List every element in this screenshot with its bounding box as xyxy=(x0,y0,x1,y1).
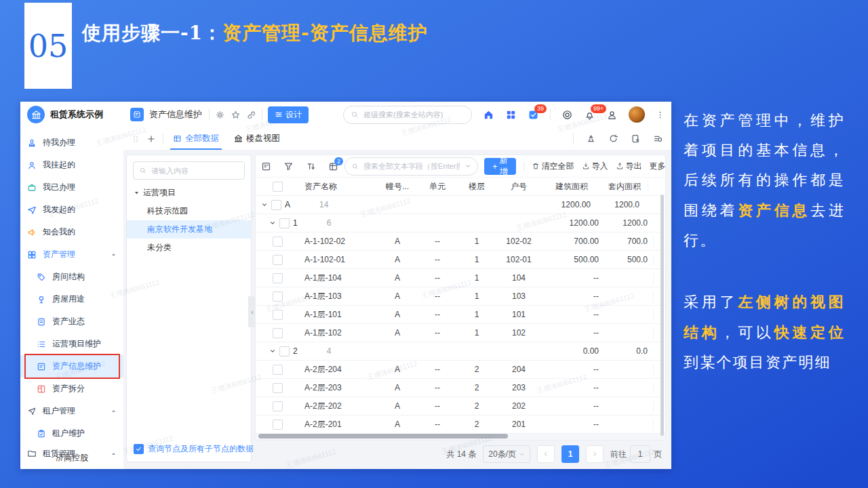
favorite-star-icon[interactable] xyxy=(231,110,241,120)
current-page-button[interactable]: 1 xyxy=(561,445,579,463)
sort-icon[interactable] xyxy=(306,161,316,171)
vertical-scrollbar[interactable] xyxy=(660,195,664,436)
horizontal-scrollbar[interactable] xyxy=(258,434,508,439)
header-cell-户号[interactable]: 户号 xyxy=(496,181,542,192)
home-icon[interactable] xyxy=(483,109,494,121)
refresh-icon[interactable] xyxy=(608,134,618,144)
group-jz-area: 0.00 xyxy=(542,346,604,356)
row-checkbox[interactable] xyxy=(279,218,290,228)
tree-node-label: 科技示范园 xyxy=(147,205,188,217)
sidebar-item-我挂起的[interactable]: 我挂起的 xyxy=(20,154,123,176)
form-record-icon[interactable] xyxy=(631,134,641,144)
sidebar-item-label: 我挂起的 xyxy=(43,159,75,171)
tree-footer-checkbox[interactable]: 查询节点及所有子节点的数据 xyxy=(134,443,254,455)
add-new-button[interactable]: + 新增 xyxy=(484,158,516,175)
header-cell-资产名称[interactable]: 资产名称 xyxy=(299,181,378,192)
sidebar-item-我发起的[interactable]: 我发起的 xyxy=(20,199,123,221)
group-toggle-cell[interactable]: 24 xyxy=(256,346,378,357)
header-cell-套内面积[interactable]: 套内面积 xyxy=(601,181,648,192)
recycle-bin-icon[interactable] xyxy=(586,134,596,144)
fields-board-icon[interactable]: 2 xyxy=(328,161,338,171)
sidebar-item-资产业态[interactable]: 资产业态 xyxy=(20,310,123,333)
help-icon[interactable] xyxy=(561,109,573,121)
tree-search[interactable] xyxy=(133,161,245,180)
tab-楼盘视图[interactable]: 楼盘视图 xyxy=(231,127,283,150)
table-search[interactable] xyxy=(344,157,478,176)
design-button[interactable]: 设计 xyxy=(268,106,309,123)
sidebar-item-我已办理[interactable]: 我已办理 xyxy=(20,176,123,199)
header-cell-建筑面积[interactable]: 建筑面积 xyxy=(542,181,601,192)
page-size-select[interactable]: 20条/页 xyxy=(483,445,530,463)
group-toggle-cell[interactable]: 16 xyxy=(256,218,378,228)
share-link-icon[interactable] xyxy=(246,110,256,120)
todo-icon[interactable]: 39 xyxy=(528,109,539,121)
sidebar-item-待我办理[interactable]: 待我办理 xyxy=(20,131,123,154)
row-checkbox[interactable] xyxy=(273,291,283,302)
tree-node-root[interactable]: 运营项目 xyxy=(127,184,251,202)
next-page-button[interactable] xyxy=(586,445,604,463)
global-search[interactable] xyxy=(343,106,472,124)
sidebar-item-知会我的[interactable]: 知会我的 xyxy=(20,221,123,243)
todo-badge: 39 xyxy=(534,104,547,113)
row-checkbox[interactable] xyxy=(273,365,283,375)
import-button[interactable]: 导入 xyxy=(582,161,608,172)
global-search-input[interactable] xyxy=(362,110,465,119)
sidebar-item-资产拆分[interactable]: 资产拆分 xyxy=(20,378,123,400)
tree-node-南京软件开发基地[interactable]: 南京软件开发基地 xyxy=(127,220,251,239)
group-expand-icon xyxy=(269,220,276,226)
row-checkbox[interactable] xyxy=(273,328,283,338)
row-checkbox[interactable] xyxy=(273,401,283,411)
group-expand-icon xyxy=(269,348,276,354)
tab-全部数据[interactable]: 全部数据 xyxy=(170,127,222,150)
more-menu-icon[interactable] xyxy=(656,109,665,121)
export-button[interactable]: 导出 xyxy=(616,161,642,172)
unit-cell: -- xyxy=(417,401,458,411)
sidebar-item-运营项目维护[interactable]: 运营项目维护 xyxy=(20,333,123,355)
room-cell: 101 xyxy=(496,310,542,319)
sidebar-item-资产信息维护[interactable]: 资产信息维护 xyxy=(20,355,123,378)
row-checkbox[interactable] xyxy=(273,237,283,247)
sidebar-item-房间结构[interactable]: 房间结构 xyxy=(20,266,123,288)
tree-search-input[interactable] xyxy=(150,166,239,176)
sidebar-item-资产管理[interactable]: 资产管理 xyxy=(20,243,123,266)
user-avatar[interactable] xyxy=(629,106,645,123)
row-checkbox[interactable] xyxy=(273,383,283,393)
goto-page-input[interactable]: 1 xyxy=(630,445,650,463)
group-toggle-cell[interactable]: A14 xyxy=(256,200,370,210)
sidebar-item-租户维护[interactable]: 租户维护 xyxy=(20,422,123,445)
tree-node-未分类[interactable]: 未分类 xyxy=(127,239,251,257)
row-checkbox[interactable] xyxy=(279,346,290,357)
row-checkbox[interactable] xyxy=(273,255,283,265)
building-cell: A xyxy=(378,237,417,246)
header-cell-楼层[interactable]: 楼层 xyxy=(458,181,496,192)
settings-gear-icon[interactable] xyxy=(215,110,225,120)
room-cell: 103 xyxy=(496,291,542,301)
row-checkbox[interactable] xyxy=(273,310,283,320)
chevron-down-icon[interactable] xyxy=(465,163,471,169)
view-config-icon[interactable] xyxy=(261,161,271,171)
notifications-bell-icon[interactable]: 99+ xyxy=(584,109,595,121)
drag-handle-icon[interactable] xyxy=(132,135,140,143)
add-view-icon[interactable] xyxy=(146,134,156,144)
list-search-icon[interactable] xyxy=(653,134,663,144)
row-checkbox[interactable] xyxy=(271,200,281,210)
header-cell-单元[interactable]: 单元 xyxy=(417,181,458,192)
row-checkbox[interactable] xyxy=(273,420,283,430)
sidebar-item-租户管理[interactable]: 租户管理 xyxy=(20,400,123,422)
group-jz-area: 1200.00 xyxy=(542,218,604,228)
tree-node-科技示范园[interactable]: 科技示范园 xyxy=(127,202,251,220)
sidebar-item-房屋用途[interactable]: 房屋用途 xyxy=(20,288,123,310)
view-tabbar: 全部数据楼盘视图 xyxy=(123,127,671,150)
header-cell-幢号...[interactable]: 幢号... xyxy=(378,181,417,192)
header-cell-操作[interactable]: 操作 xyxy=(648,181,666,192)
prev-page-button[interactable] xyxy=(537,445,555,463)
clear-all-button[interactable]: 清空全部 xyxy=(532,161,574,172)
more-button[interactable]: 更多 xyxy=(650,161,666,172)
table-search-input[interactable] xyxy=(362,161,461,171)
select-all-checkbox[interactable] xyxy=(273,182,283,192)
floor-cell: 2 xyxy=(458,401,496,411)
filter-icon[interactable] xyxy=(283,161,294,171)
row-checkbox[interactable] xyxy=(273,273,283,283)
apps-grid-icon[interactable] xyxy=(505,109,517,121)
profile-icon[interactable] xyxy=(606,109,618,121)
